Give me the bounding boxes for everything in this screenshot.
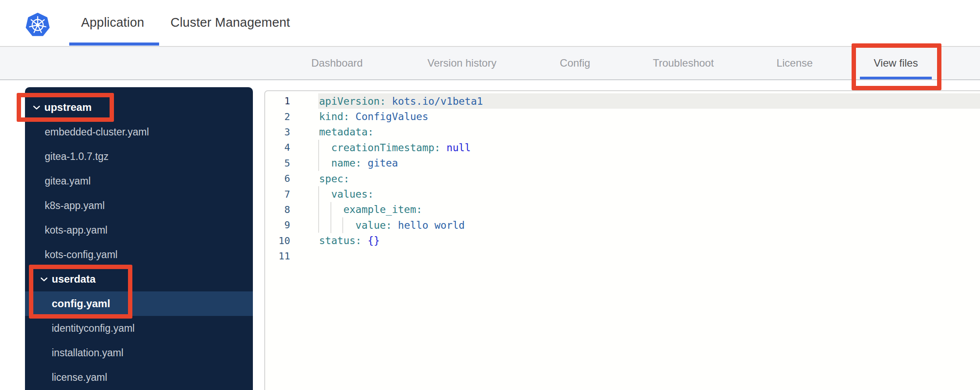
tree-label: userdata [52, 273, 96, 285]
tree-folder-upstream[interactable]: upstream [25, 95, 253, 120]
tree-file-config-yaml[interactable]: config.yaml [25, 291, 253, 316]
tree-label: config.yaml [52, 298, 110, 310]
chevron-down-icon [33, 105, 40, 110]
code-text: name: gitea [319, 157, 398, 169]
tree-label: installation.yaml [52, 347, 124, 359]
code-line-7[interactable]: 7 values: [265, 186, 980, 202]
code-line-2[interactable]: 2kind: ConfigValues [265, 109, 980, 124]
tree-file-gitea-1-0-7-tgz[interactable]: gitea-1.0.7.tgz [25, 144, 253, 169]
tree-label: gitea-1.0.7.tgz [45, 151, 109, 163]
code-line-1[interactable]: 1apiVersion: kots.io/v1beta1 [265, 93, 980, 109]
tree-file-kots-app-yaml[interactable]: kots-app.yaml [25, 218, 253, 242]
line-number: 6 [265, 173, 290, 184]
code-text: status: {} [319, 235, 380, 246]
tree-label: kots-app.yaml [45, 224, 107, 236]
tree-label: embedded-cluster.yaml [45, 126, 149, 138]
yaml-editor[interactable]: 1apiVersion: kots.io/v1beta12kind: Confi… [264, 90, 980, 390]
tree-file-license-yaml[interactable]: license.yaml [25, 365, 253, 390]
code-line-11[interactable]: 11 [265, 248, 980, 264]
code-line-6[interactable]: 6spec: [265, 171, 980, 186]
code-text: metadata: [319, 126, 374, 138]
line-number: 10 [265, 235, 290, 246]
file-tree-sidebar: upstreamembedded-cluster.yamlgitea-1.0.7… [25, 87, 253, 390]
line-number: 3 [265, 127, 290, 138]
line-number: 9 [265, 220, 290, 230]
code-line-8[interactable]: 8 example_item: [265, 202, 980, 217]
header-tabs: ApplicationCluster Management [81, 0, 290, 45]
tree-label: license.yaml [52, 372, 107, 383]
nav-tab-troubleshoot[interactable]: Troubleshoot [653, 47, 714, 79]
tree-folder-userdata[interactable]: userdata [25, 267, 253, 291]
tree-file-installation-yaml[interactable]: installation.yaml [25, 340, 253, 365]
line-number: 5 [265, 158, 290, 169]
line-number: 4 [265, 142, 290, 153]
nav-tab-config[interactable]: Config [560, 47, 590, 79]
tree-label: identityconfig.yaml [52, 323, 135, 334]
app-nav: DashboardVersion historyConfigTroublesho… [0, 47, 980, 80]
code-text: example_item: [319, 204, 422, 215]
code-lines: 1apiVersion: kots.io/v1beta12kind: Confi… [265, 93, 980, 264]
nav-tab-version-history[interactable]: Version history [427, 47, 496, 79]
nav-tab-view-files[interactable]: View files [874, 47, 918, 79]
code-line-3[interactable]: 3metadata: [265, 124, 980, 140]
tree-label: gitea.yaml [45, 175, 91, 187]
code-text: apiVersion: kots.io/v1beta1 [319, 96, 483, 107]
tree-file-kots-config-yaml[interactable]: kots-config.yaml [25, 242, 253, 267]
header-tab-cluster-management[interactable]: Cluster Management [170, 15, 290, 30]
tree-file-identityconfig-yaml[interactable]: identityconfig.yaml [25, 316, 253, 340]
line-number: 8 [265, 204, 290, 215]
chevron-down-icon [40, 277, 48, 282]
code-text: creationTimestamp: null [319, 142, 471, 153]
active-nav-tab-underline [860, 77, 932, 79]
tree-label: upstream [44, 101, 92, 113]
code-line-4[interactable]: 4 creationTimestamp: null [265, 140, 980, 155]
line-number: 7 [265, 189, 290, 200]
app-header: ApplicationCluster Management [0, 0, 980, 47]
code-text: spec: [319, 173, 349, 184]
code-line-5[interactable]: 5 name: gitea [265, 156, 980, 171]
active-header-tab-underline [69, 43, 159, 46]
kubernetes-logo [25, 12, 50, 38]
code-line-9[interactable]: 9 value: hello world [265, 217, 980, 233]
tree-file-embedded-cluster-yaml[interactable]: embedded-cluster.yaml [25, 120, 253, 144]
code-text: kind: ConfigValues [319, 111, 428, 122]
nav-tab-license[interactable]: License [777, 47, 813, 79]
tree-label: k8s-app.yaml [45, 200, 105, 212]
tree-file-gitea-yaml[interactable]: gitea.yaml [25, 169, 253, 193]
line-number: 11 [265, 251, 290, 262]
code-text: value: hello world [319, 220, 465, 231]
line-number: 1 [265, 96, 290, 106]
nav-tab-dashboard[interactable]: Dashboard [311, 47, 362, 79]
header-tab-application[interactable]: Application [81, 15, 144, 30]
line-number: 2 [265, 111, 290, 122]
tree-file-k8s-app-yaml[interactable]: k8s-app.yaml [25, 193, 253, 218]
code-line-10[interactable]: 10status: {} [265, 233, 980, 248]
code-text: values: [319, 188, 374, 200]
tree-label: kots-config.yaml [45, 249, 117, 261]
